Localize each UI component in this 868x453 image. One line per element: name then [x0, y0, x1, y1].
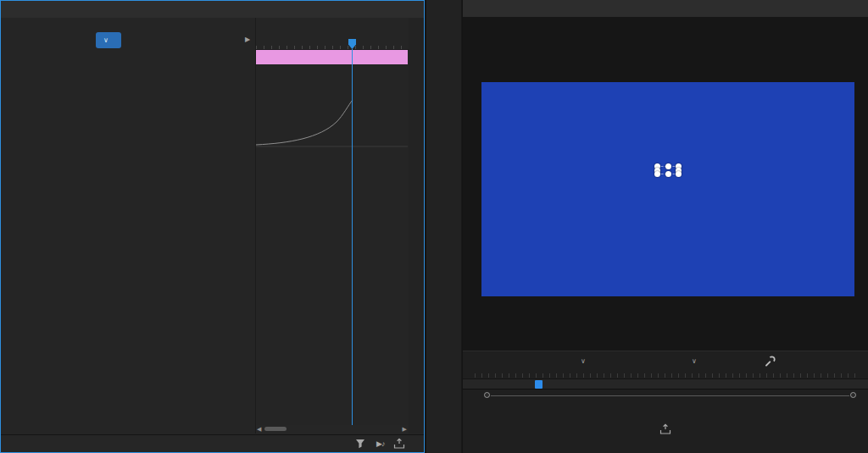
scrollbar-thumb[interactable]: [264, 427, 287, 431]
selection-handle[interactable]: [676, 171, 682, 177]
zoom-handle-right[interactable]: [850, 392, 856, 398]
zoom-level-select[interactable]: ∨: [576, 357, 586, 365]
panel-right-gutter: [409, 18, 424, 434]
panel-bottom-bar: ▶♪: [1, 434, 424, 452]
zoom-handle-left[interactable]: [484, 392, 490, 398]
program-tab-bar: [463, 0, 868, 17]
keyframe-filter-icon[interactable]: [355, 439, 366, 451]
zoom-scrollbar[interactable]: [484, 392, 856, 400]
program-viewport: [463, 17, 868, 351]
selection-handle[interactable]: [665, 171, 671, 177]
playback-quality-select[interactable]: ∨: [687, 357, 697, 365]
program-monitor-panel: ∨ ∨: [463, 0, 868, 453]
scroll-right-icon[interactable]: ▶: [403, 426, 407, 433]
video-frame[interactable]: [481, 82, 854, 296]
text-selection-box[interactable]: [657, 166, 679, 174]
time-ruler-ticks: [475, 373, 856, 378]
selection-handle[interactable]: [665, 163, 671, 169]
chevron-down-icon: ∨: [581, 357, 586, 365]
next-clip-icon[interactable]: ▶: [245, 36, 250, 43]
chevron-down-icon: ∨: [692, 357, 697, 365]
chevron-down-icon: ∨: [103, 36, 108, 44]
export-frame-icon[interactable]: [659, 423, 671, 437]
effect-timeline-ruler[interactable]: [256, 18, 409, 50]
velocity-graph: [256, 98, 408, 149]
column-divider: [255, 18, 256, 434]
settings-wrench-icon[interactable]: [765, 356, 776, 368]
export-icon[interactable]: [393, 438, 405, 451]
clip-selector[interactable]: ∨: [96, 32, 121, 48]
timeline-scrollbar[interactable]: ◀ ▶: [256, 425, 408, 434]
transport-controls: [463, 404, 868, 421]
ruler-tick-marks: [256, 46, 409, 49]
program-playhead[interactable]: [535, 380, 542, 389]
playhead-line[interactable]: [352, 49, 353, 426]
clip-bar[interactable]: [256, 50, 408, 64]
program-scrubber[interactable]: [463, 378, 868, 389]
tools-panel: [426, 0, 462, 453]
selection-handle[interactable]: [654, 171, 660, 177]
effect-controls-panel: ∨ ▶ ◀ ▶ ▶♪: [0, 0, 425, 453]
scroll-left-icon[interactable]: ◀: [257, 426, 261, 433]
panel-tab-bar: [1, 1, 424, 18]
play-audio-icon[interactable]: ▶♪: [376, 439, 384, 448]
